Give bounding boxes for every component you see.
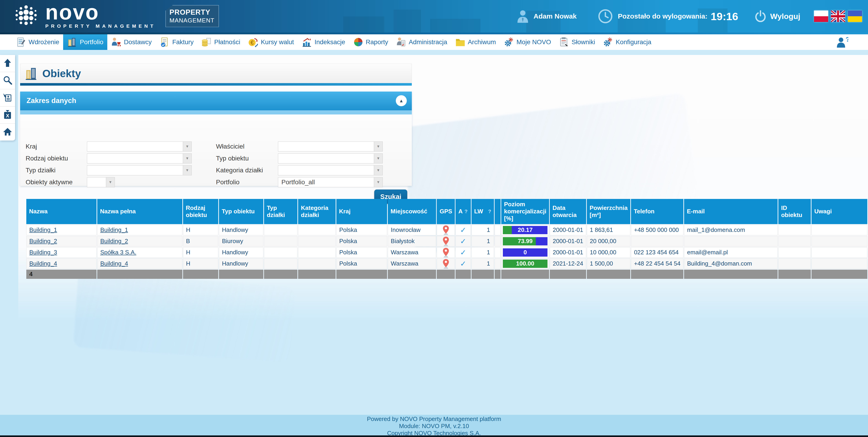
column-header-miejscowosc[interactable]: Miejscowość [388,199,436,224]
sidebar-button-export-excel[interactable]: X [0,107,15,124]
chevron-down-icon[interactable]: ▼ [183,166,191,175]
nav-item-konfiguracja[interactable]: Konfiguracja [599,34,655,50]
obiekty-aktywne-dropdown[interactable]: ▼ [87,177,115,187]
cell-spacer [495,236,501,246]
cell-miejscowosc: Białystok [388,236,436,246]
cell-powierzchnia: 20 000,00 [587,236,630,246]
column-header-kategoria_dzialki[interactable]: Kategoria działki [298,199,335,224]
column-header-data_otwarcia[interactable]: Data otwarcia [550,199,586,224]
cell-gps [437,247,455,258]
sidebar-button-add-record[interactable] [0,89,15,107]
nav-item-moje-novo[interactable]: Moje NOVO [500,34,555,50]
column-header-telefon[interactable]: Telefon [631,199,683,224]
flag-uk-icon[interactable] [831,10,845,22]
column-header-nazwa[interactable]: Nazwa [26,199,97,224]
title-accent-bar [20,83,412,86]
object-link[interactable]: Building_3 [29,249,57,256]
dictionary-icon [559,37,569,48]
supplier-icon [111,37,122,48]
sidebar-button-search[interactable] [0,72,15,89]
column-header-typ_dzialki[interactable]: Typ działki [264,199,298,224]
cell-telefon [631,236,683,246]
column-header-kraj[interactable]: Kraj [336,199,387,224]
column-help-icon[interactable]: ? [464,208,467,214]
novo-logo[interactable]: novo PROPERTY MANAGEMENT PROPERTY MANAGE… [13,3,219,29]
summary-cell-lw [471,270,494,279]
cell-nazwa_pelna: Building_4 [97,258,182,269]
cell-spacer [495,247,501,258]
chevron-down-icon[interactable]: ▼ [183,154,191,163]
object-link[interactable]: Building_2 [100,238,128,244]
column-header-email[interactable]: E-mail [684,199,778,224]
chevron-down-icon[interactable]: ▼ [183,142,191,151]
object-link[interactable]: Building_1 [100,226,128,233]
nav-item-slowniki[interactable]: Słowniki [555,34,599,50]
chevron-down-icon[interactable]: ▼ [374,142,382,151]
novo-globe-icon [13,3,39,29]
wlasciciel-dropdown[interactable]: ▼ [278,142,383,151]
svg-text:X: X [6,113,9,119]
filter-panel-substrip [20,110,412,114]
kategoria-dzialki-dropdown[interactable]: ▼ [278,165,383,175]
gps-pin-icon[interactable] [442,226,450,233]
column-header-lw[interactable]: LW? [471,199,494,224]
nav-item-dostawcy[interactable]: Dostawcy [107,34,156,50]
flag-poland-icon[interactable] [814,10,828,22]
portfolio-dropdown[interactable]: Portfolio_all▼ [278,177,383,187]
column-header-id_obiektu[interactable]: ID obiektu [778,199,811,224]
chevron-down-icon[interactable]: ▼ [106,177,115,187]
chevron-down-icon[interactable]: ▼ [374,166,382,175]
flag-ukraine-icon[interactable] [848,10,862,22]
object-link[interactable]: Spółka 3 S.A. [100,249,136,256]
gps-pin-icon[interactable] [442,260,450,266]
field-label-typ-obiektu: Typ obiektu [216,153,249,164]
cell-id_obiektu [778,247,811,258]
summary-cell-uwagi [811,270,867,279]
column-header-uwagi[interactable]: Uwagi [811,199,867,224]
object-link[interactable]: Building_2 [29,238,57,244]
gps-pin-icon[interactable] [442,249,450,255]
nav-item-portfolio[interactable]: Portfolio [63,34,107,50]
column-header-spacer[interactable] [495,199,501,224]
nav-item-archiwum[interactable]: Archiwum [451,34,500,50]
nav-item-faktury[interactable]: Faktury [156,34,197,50]
nav-item-platnosci[interactable]: Płatności [197,34,244,50]
column-header-typ_obiektu[interactable]: Typ obiektu [219,199,263,224]
nav-item-wdrozenie[interactable]: Wdrożenie [12,34,63,50]
object-link[interactable]: Building_4 [29,260,57,267]
kraj-dropdown[interactable]: ▼ [87,142,192,151]
field-label-kraj: Kraj [26,142,37,151]
cell-poziom: 20.17 [501,225,549,235]
typ-dzialki-dropdown[interactable]: ▼ [87,165,192,175]
logout-button[interactable]: Wyloguj [770,12,800,21]
typ-obiektu-dropdown[interactable]: ▼ [278,153,383,164]
column-header-poziom[interactable]: Poziom komercjalizacji [%] [501,199,549,224]
sidebar-button-scroll-top[interactable] [0,55,15,72]
cell-data_otwarcia: 2000-01-01 [550,247,586,258]
column-header-rodzaj_obiektu[interactable]: Rodzaj obiektu [183,199,218,224]
help-icon[interactable]: ? [836,36,848,49]
column-help-icon[interactable]: ? [488,208,491,214]
chevron-down-icon[interactable]: ▼ [374,177,382,187]
object-link[interactable]: Building_1 [29,226,57,233]
sidebar-button-home[interactable] [0,124,15,141]
user-name: Adam Nowak [533,12,577,20]
gps-pin-icon[interactable] [442,237,450,244]
objects-table: NazwaNazwa pełnaRodzaj obiektuTyp obiekt… [26,198,868,280]
column-header-powierzchnia[interactable]: Powierzchnia [m²] [587,199,630,224]
object-link[interactable]: Building_4 [100,260,128,267]
column-header-gps[interactable]: GPS [437,199,455,224]
power-icon[interactable] [754,10,767,23]
collapse-panel-button[interactable]: ▲ [396,95,407,106]
nav-item-administracja[interactable]: Administracja [392,34,451,50]
column-header-a[interactable]: A? [456,199,471,224]
nav-label: Moje NOVO [517,38,551,46]
nav-item-raporty[interactable]: Raporty [349,34,392,50]
nav-item-indeksacje[interactable]: Indeksacje [298,34,349,50]
buildings-icon [67,37,78,48]
rodzaj-obiektu-dropdown[interactable]: ▼ [87,153,192,164]
nav-item-kursy-walut[interactable]: €Kursy walut [244,34,298,50]
chevron-down-icon[interactable]: ▼ [374,154,382,163]
column-header-nazwa_pelna[interactable]: Nazwa pełna [97,199,182,224]
cell-miejscowosc: Inowrocław [388,225,436,235]
